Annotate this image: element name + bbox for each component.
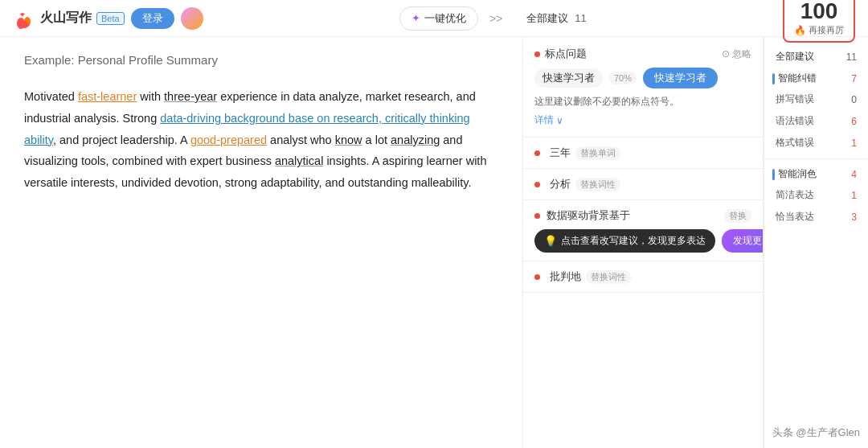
avatar-button[interactable]: [181, 7, 203, 30]
format-error-count: 1: [851, 138, 857, 149]
svg-point-2: [19, 22, 29, 28]
accent-bar-1: [772, 73, 775, 84]
right-item-concise[interactable]: 简洁表达 1: [764, 184, 868, 206]
logo-area: 火山写作 Beta: [13, 7, 125, 30]
optimize-label: 一键优化: [424, 11, 466, 26]
beta-badge: Beta: [96, 12, 125, 25]
right-smart-tone-count: 4: [851, 169, 857, 180]
right-smart-correct-count: 7: [851, 73, 857, 84]
format-error-label: 格式错误: [776, 136, 814, 150]
bulb-icon: 💡: [544, 235, 557, 247]
highlight-know: know: [335, 134, 362, 146]
toast-actions: 💡 点击查看改写建议，发现更多表达 发现更多表达 2: [534, 229, 751, 253]
right-smart-correct-label: 智能纠错: [778, 72, 848, 85]
discover-label: 发现更多表达: [733, 234, 764, 248]
logo-text: 火山写作: [40, 10, 92, 27]
replace-tag-5: 替换词性: [586, 270, 631, 284]
dot-indicator-3: [534, 182, 540, 187]
replace-tag-4: 替换: [724, 209, 751, 223]
suggestion-text-5: 批判地: [550, 269, 581, 284]
chevron-down-icon: ∨: [556, 115, 563, 126]
original-word-1: 快速学习者: [534, 68, 603, 88]
right-item-grammar[interactable]: 语法错误 6: [764, 110, 868, 132]
replace-button-1[interactable]: 快速学习者: [643, 68, 718, 88]
spell-error-count: 0: [851, 94, 857, 105]
proper-label: 恰当表达: [776, 210, 814, 224]
suggestions-count: 11: [575, 12, 586, 24]
toast-bubble-text: 点击查看改写建议，发现更多表达: [561, 234, 706, 248]
dot-indicator-5: [534, 274, 540, 280]
concise-count: 1: [851, 190, 857, 201]
right-item-spell[interactable]: 拼写错误 0: [764, 88, 868, 110]
detail-label-1: 详情: [534, 113, 554, 127]
right-item-format[interactable]: 格式错误 1: [764, 132, 868, 154]
logo-icon: [13, 7, 35, 30]
divider-1: [764, 158, 868, 159]
ignore-label-1: 忽略: [732, 47, 751, 61]
dot-indicator-1: [534, 51, 540, 57]
main-content: Example: Personal Profile Summary Motiva…: [0, 37, 868, 448]
grammar-error-label: 语法错误: [776, 114, 814, 128]
suggestion-item-critically[interactable]: 批判地 替换词性: [523, 261, 763, 293]
score-sub: 🔥 再接再厉: [794, 24, 844, 36]
discover-button[interactable]: 发现更多表达 2: [722, 229, 764, 253]
score-sub-text: 再接再厉: [809, 24, 844, 36]
suggestion-item-punctuation: 标点问题 ⊙ 忽略 快速学习者 70% 快速学习者 这里建议删除不必要的标点符号…: [523, 37, 763, 138]
login-button[interactable]: 登录: [131, 8, 174, 29]
dot-indicator-2: [534, 150, 540, 156]
toast-text: 数据驱动背景基于: [547, 208, 718, 223]
right-smart-tone-header: 智能润色 4: [764, 164, 868, 184]
middle-panel: 标点问题 ⊙ 忽略 快速学习者 70% 快速学习者 这里建议删除不必要的标点符号…: [522, 37, 764, 448]
right-smart-correct-header: 智能纠错 7: [764, 68, 868, 88]
toast-bubble: 💡 点击查看改写建议，发现更多表达: [534, 229, 715, 253]
right-all-suggestions[interactable]: 全部建议 11: [764, 47, 868, 68]
suggestion-item-data-driven: 数据驱动背景基于 替换 💡 点击查看改写建议，发现更多表达 发现更多表达 2: [523, 200, 763, 261]
header: 火山写作 Beta 登录 ✦ 一键优化 >> 全部建议 11 100 🔥 再接再…: [0, 0, 868, 37]
right-item-proper[interactable]: 恰当表达 3: [764, 206, 868, 228]
suggestions-label: 全部建议: [526, 11, 568, 26]
detail-link-1[interactable]: 详情 ∨: [534, 113, 751, 127]
header-center: ✦ 一键优化 >> 全部建议 11: [203, 6, 783, 31]
editor-area[interactable]: Example: Personal Profile Summary Motiva…: [0, 37, 522, 448]
highlight-three-year: three-year: [164, 90, 217, 103]
highlight-fast-learner: fast-learner: [78, 90, 137, 103]
concise-label: 简洁表达: [776, 188, 814, 202]
highlight-analytical: analytical: [275, 154, 323, 167]
grammar-error-count: 6: [851, 116, 857, 127]
right-panel: 全部建议 11 智能纠错 7 拼写错误 0 语法错误 6 格式错误 1: [764, 37, 868, 448]
doc-body: Motivated fast-learner with three-year e…: [24, 86, 498, 194]
expand-button[interactable]: >>: [485, 9, 507, 28]
toast-dot: [534, 213, 540, 219]
suggestion-content-1: 快速学习者 70% 快速学习者: [534, 68, 751, 88]
suggestion-type-1: 标点问题: [545, 47, 587, 61]
toast-row: 数据驱动背景基于 替换: [534, 208, 751, 223]
score-number: 100: [794, 0, 844, 23]
replace-tag-2: 替换单词: [575, 146, 620, 160]
score-chip-1: 70%: [609, 72, 637, 84]
right-all-count: 11: [846, 51, 857, 63]
suggestion-note-1: 这里建议删除不必要的标点符号。: [534, 95, 751, 109]
proper-count: 3: [851, 212, 857, 223]
replace-tag-3: 替换词性: [575, 178, 620, 191]
doc-title: Example: Personal Profile Summary: [24, 53, 498, 67]
suggestion-item-analysis[interactable]: 分析 替换词性: [523, 169, 763, 200]
star-icon: ✦: [411, 12, 420, 24]
app-container: 火山写作 Beta 登录 ✦ 一键优化 >> 全部建议 11 100 🔥 再接再…: [0, 0, 868, 448]
suggestion-header-1: 标点问题 ⊙ 忽略: [534, 47, 751, 61]
suggestion-text-3: 分析: [550, 177, 571, 191]
suggestion-text-2: 三年: [550, 146, 571, 160]
fire-icon: 🔥: [794, 25, 806, 36]
right-all-label: 全部建议: [776, 50, 814, 64]
suggestion-item-three-year[interactable]: 三年 替换单词: [523, 138, 763, 169]
right-smart-tone-label: 智能润色: [778, 167, 848, 181]
optimize-button[interactable]: ✦ 一键优化: [399, 6, 478, 31]
accent-bar-2: [772, 169, 775, 180]
highlight-good-prepared: good-prepared: [190, 134, 267, 146]
ignore-icon-1: ⊙: [722, 48, 730, 60]
highlight-analyzing: analyzing: [391, 134, 440, 146]
ignore-button-1[interactable]: ⊙ 忽略: [722, 47, 751, 61]
spell-error-label: 拼写错误: [776, 92, 814, 106]
